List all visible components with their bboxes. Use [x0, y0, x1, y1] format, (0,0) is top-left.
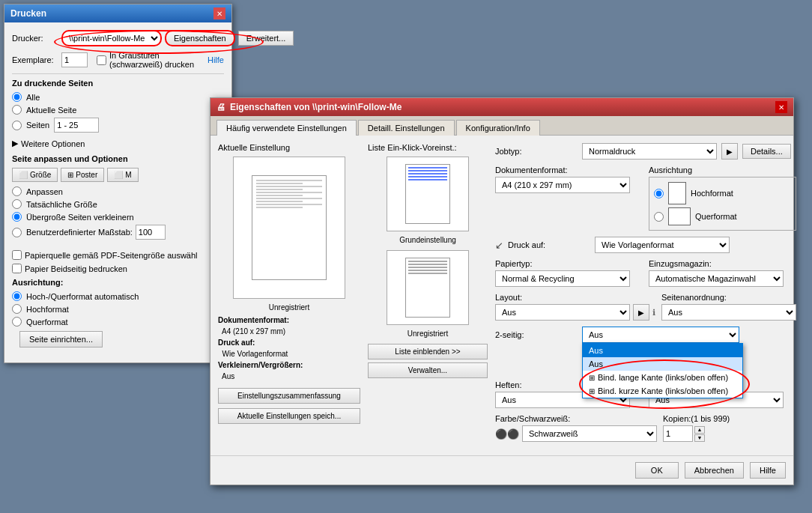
properties-titlebar: 🖨 Eigenschaften von \\print-win\Follow-M…: [210, 98, 793, 116]
grundeinstellung-line-4: [408, 176, 447, 177]
unregistriert-line-1: [408, 261, 447, 262]
beidseitig-checkbox[interactable]: [12, 264, 22, 273]
graustufen-checkbox[interactable]: [97, 55, 106, 65]
druck-info-label: Druck auf:: [218, 339, 255, 347]
tatsaechlich-label: Tatsächliche Größe: [26, 200, 97, 209]
querformat-prop-radio[interactable]: [654, 212, 664, 222]
tab-konfiguration[interactable]: Konfiguration/Info: [456, 120, 540, 136]
weitere-optionen-label: Weitere Optionen: [21, 139, 85, 148]
anpassen-label: Anpassen: [26, 187, 63, 196]
hilfe-bottom-button[interactable]: Hilfe: [750, 462, 786, 479]
dropdown-item-aus-hover[interactable]: Aus: [583, 357, 742, 371]
papiertyp-einzug-row: Papiertyp: Normal & Recycling Einzugsmag…: [495, 259, 796, 287]
druck-auf-select[interactable]: Wie Vorlagenformat: [595, 237, 730, 253]
einzug-select[interactable]: Automatische Magazinwahl: [649, 270, 784, 287]
papiertyp-select[interactable]: Normal & Recycling: [495, 270, 630, 287]
dokformat-info-value: A4 (210 x 297 mm): [218, 327, 285, 336]
zusammenfassung-button[interactable]: Einstellungszusammenfassung: [218, 388, 360, 404]
druck-auf-arrow-icon: ↙: [495, 240, 503, 251]
hilfe-link[interactable]: Hilfe: [207, 55, 224, 64]
dropdown-item-aus-selected[interactable]: Aus: [583, 344, 742, 357]
dokformat-select[interactable]: A4 (210 x 297 mm): [495, 177, 630, 193]
grundeinstellung-line-3: [408, 173, 447, 174]
kopien-down-button[interactable]: ▼: [694, 434, 705, 442]
middle-panel: Liste Ein-Klick-Voreinst.: Grundeinstell…: [368, 143, 488, 448]
preview-line-6: [256, 195, 303, 196]
hochformat-radio[interactable]: [12, 304, 22, 314]
list-einblenden-button[interactable]: Liste einblenden >>: [368, 344, 488, 359]
aktuelle-speichern-button[interactable]: Aktuelle Einstellungen speich...: [218, 408, 360, 424]
groesse-button[interactable]: ⬜ Größe: [12, 168, 58, 182]
tab-haeufig[interactable]: Häufig verwendete Einstellungen: [216, 120, 357, 136]
kopien-input[interactable]: [663, 425, 693, 442]
preview-box: [233, 157, 345, 299]
seiten-input[interactable]: [54, 118, 99, 133]
custom-scale-input[interactable]: [136, 225, 166, 240]
drucker-label: Drucker:: [12, 34, 57, 43]
poster-button[interactable]: ⊞ Poster: [61, 168, 104, 182]
aktuelle-seite-radio[interactable]: [12, 105, 22, 115]
preview-line-4: [256, 189, 303, 190]
farbe-col: Farbe/Schwarzweiß: ⚫⚫ Schwarzweiß: [495, 414, 657, 442]
dokformat-info-label: Dokumentenformat:: [218, 316, 289, 324]
btn3-button[interactable]: ⬜ M: [107, 168, 138, 182]
seite-einrichten-button[interactable]: Seite einrichten...: [19, 331, 103, 347]
exemplare-input[interactable]: [61, 52, 88, 67]
verwalten-button[interactable]: Verwalten...: [368, 362, 488, 378]
ok-button[interactable]: OK: [635, 462, 679, 479]
ausrichtung-col: Ausrichtung Hochformat Querformat: [649, 166, 796, 231]
printer-select[interactable]: \\print-win\Follow-Me: [61, 30, 162, 46]
grundeinstellung-item[interactable]: [387, 157, 469, 231]
lange-kante-icon: ⊞: [589, 374, 595, 382]
uebergroesse-radio[interactable]: [12, 212, 22, 222]
unregistriert-item[interactable]: [387, 250, 469, 325]
custom-scale-row: Benutzerdefinierter Maßstab:: [12, 225, 224, 240]
jobtyp-select[interactable]: Normaldruck: [582, 143, 717, 160]
hoch-quer-radio[interactable]: [12, 291, 22, 301]
benutzerdefiniert-radio-label: Benutzerdefinierter Maßstab:: [12, 228, 133, 237]
properties-close-button[interactable]: ✕: [775, 101, 787, 113]
querformat-prop-label: Querformat: [695, 212, 737, 221]
dropdown-item-lange-kante[interactable]: ⊞ Bind. lange Kante (links/oben offen): [583, 371, 742, 384]
tatsaechlich-radio[interactable]: [12, 199, 22, 209]
zweiseitig-select[interactable]: Aus: [582, 327, 739, 343]
drucken-dialog: Drucken ✕ Drucker: \\print-win\Follow-Me…: [4, 4, 232, 363]
dropdown-item-kurze-kante[interactable]: ⊞ Bind. kurze Kante (links/oben offen): [583, 384, 742, 398]
farbe-select[interactable]: Schwarzweiß: [522, 425, 657, 442]
layout-play-button[interactable]: ▶: [633, 304, 649, 321]
drucken-close-button[interactable]: ✕: [213, 7, 225, 19]
papierquelle-checkbox[interactable]: [12, 250, 22, 260]
weitere-optionen[interactable]: ▶ Weitere Optionen: [12, 139, 224, 148]
layout-select[interactable]: Aus: [495, 304, 630, 321]
seiten-label: Seiten: [26, 121, 49, 130]
zweiseitig-wrapper: Aus Aus Aus ⊞ Bind. lange Kante (links/o…: [582, 327, 743, 343]
benutzerdefiniert-radio[interactable]: [12, 228, 22, 237]
properties-bottom-bar: OK Abbrechen Hilfe: [210, 455, 793, 485]
seiten-radio-group: Alle Aktuelle Seite Seiten: [12, 92, 224, 133]
exemplare-hilfe-row: Exemplare: In Graustufen (schwarzweiß) d…: [12, 51, 224, 69]
abbrechen-button[interactable]: Abbrechen: [685, 462, 744, 479]
alle-radio[interactable]: [12, 92, 22, 102]
kurze-kante-icon: ⊞: [589, 387, 595, 395]
tab-detaill[interactable]: Detaill. Einstellungen: [358, 120, 455, 136]
seiten-radio[interactable]: [12, 121, 22, 130]
beidseitig-checkbox-row: Papier Beidseitig bedrucken: [12, 264, 224, 273]
kopien-up-button[interactable]: ▲: [694, 426, 705, 434]
anpassen-radio[interactable]: [12, 186, 22, 196]
jobtyp-play-button[interactable]: ▶: [721, 143, 738, 160]
properties-body: Aktuelle Einstellung Unregistriert Do: [210, 136, 793, 455]
details-button[interactable]: Details...: [742, 144, 791, 159]
eigenschaften-button[interactable]: Eigenschaften: [165, 30, 235, 46]
querformat-radio[interactable]: [12, 317, 22, 327]
preview-line-10: [256, 207, 303, 208]
info-block: Dokumentenformat: A4 (210 x 297 mm) Druc…: [218, 315, 360, 382]
drucken-title: Drucken: [10, 8, 46, 19]
preview-line-1: [256, 180, 322, 181]
erweitert-button[interactable]: Erweitert...: [238, 31, 294, 46]
poster-icon: ⊞: [67, 171, 73, 179]
druck-info-value: Wie Vorlagenformat: [218, 350, 288, 358]
seitenanordnung-select[interactable]: Aus: [661, 304, 796, 321]
jobtyp-label: Jobtyp:: [495, 147, 578, 156]
hochformat-prop-radio[interactable]: [654, 189, 664, 198]
unregistriert-middle-label: Unregistriert: [368, 330, 488, 338]
